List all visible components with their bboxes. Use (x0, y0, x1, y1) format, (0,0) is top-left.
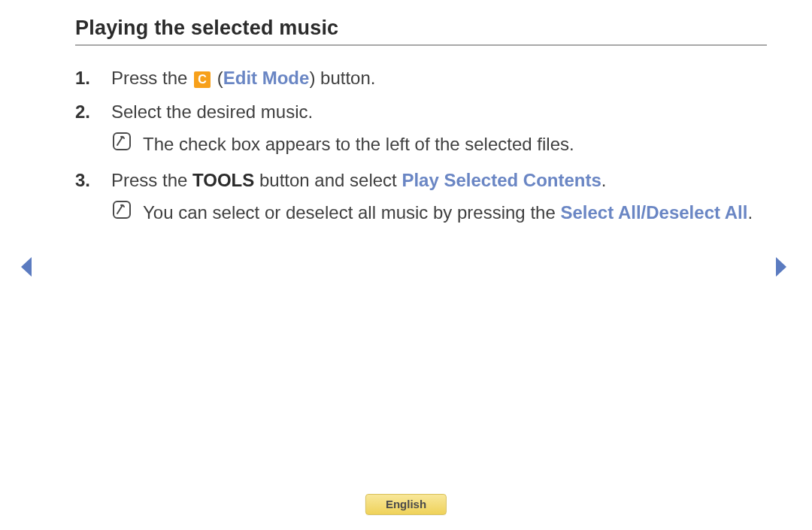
step-2: 2. Select the desired music. The check b… (75, 98, 767, 159)
svg-marker-3 (776, 257, 786, 277)
step-number: 3. (75, 166, 111, 228)
prev-page-arrow[interactable] (18, 256, 35, 281)
edit-mode-label: Edit Mode (223, 68, 310, 88)
step-text: Select the desired music. (111, 98, 767, 126)
text-segment: button and select (254, 170, 401, 190)
note-text: You can select or deselect all music by … (143, 198, 767, 226)
note-text: The check box appears to the left of the… (143, 130, 767, 158)
instruction-list: 1. Press the C (Edit Mode) button. 2. Se… (75, 64, 767, 228)
step-1: 1. Press the C (Edit Mode) button. (75, 64, 767, 92)
note-icon (111, 198, 132, 226)
next-page-arrow[interactable] (773, 256, 789, 281)
text-segment: ( (212, 68, 223, 88)
step-number: 2. (75, 98, 111, 159)
step-body: Select the desired music. The check box … (111, 98, 767, 159)
text-segment: Press the (111, 170, 192, 190)
step-text: Press the TOOLS button and select Play S… (111, 166, 767, 194)
step-body: Press the TOOLS button and select Play S… (111, 166, 767, 228)
language-badge: English (365, 494, 447, 515)
text-segment: . (747, 202, 753, 223)
text-segment: Press the (111, 68, 192, 88)
step-3: 3. Press the TOOLS button and select Pla… (75, 166, 767, 228)
svg-marker-2 (21, 257, 32, 277)
svg-rect-1 (114, 201, 130, 218)
note-row: You can select or deselect all music by … (111, 198, 767, 226)
c-button-badge: C (194, 71, 211, 88)
text-segment: ) button. (309, 68, 375, 88)
page-title: Playing the selected music (75, 17, 767, 46)
step-body: Press the C (Edit Mode) button. (111, 64, 767, 92)
tools-label: TOOLS (192, 170, 254, 190)
note-icon (111, 130, 132, 158)
text-segment: . (601, 170, 607, 190)
select-all-label: Select All/Deselect All (560, 202, 747, 223)
play-selected-label: Play Selected Contents (401, 170, 601, 190)
manual-page: Playing the selected music 1. Press the … (0, 0, 812, 530)
note-row: The check box appears to the left of the… (111, 130, 767, 158)
text-segment: You can select or deselect all music by … (143, 202, 560, 223)
svg-rect-0 (114, 133, 130, 150)
step-number: 1. (75, 64, 111, 92)
